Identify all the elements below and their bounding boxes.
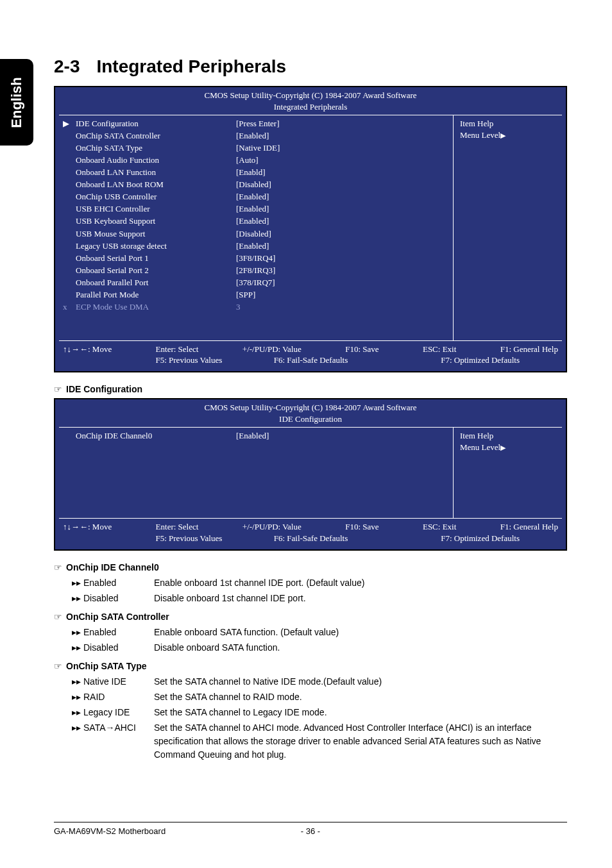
key-f7: F7: Optimized Defaults xyxy=(441,355,520,366)
option-description: Set the SATA channel to RAID mode. xyxy=(154,690,567,704)
option-row: ▸▸DisabledDisable onboard SATA function. xyxy=(72,641,567,655)
hand-icon: ☞ xyxy=(54,384,62,394)
setting-label: Onboard LAN Function xyxy=(76,167,210,178)
key-f7: F7: Optimized Defaults xyxy=(441,533,520,544)
option-heading: ☞OnChip SATA Type xyxy=(54,661,567,671)
setting-value: [Enabled] xyxy=(236,130,449,142)
setting-value: [378/IRQ7] xyxy=(236,277,449,288)
bios-header: CMOS Setup Utility-Copyright (C) 1984-20… xyxy=(59,402,562,424)
setting-label: USB Mouse Support xyxy=(76,228,210,240)
option-name: Native IDE xyxy=(83,675,154,689)
double-arrow-icon: ▸▸ xyxy=(72,626,83,639)
option-heading-text: OnChip IDE Channel0 xyxy=(66,562,159,572)
setting-label: OnChip SATA Type xyxy=(76,142,210,154)
bios-settings: ▶ x IDE ConfigurationOnChip SATA Control… xyxy=(59,115,453,340)
bios-settings: OnChip IDE Channel0 [Enabled] xyxy=(59,428,453,518)
option-description: Set the SATA channel to AHCI mode. Advan… xyxy=(154,721,567,762)
hand-icon: ☞ xyxy=(54,562,62,572)
row-marker xyxy=(63,289,76,301)
key-f5: F5: Previous Values xyxy=(155,355,222,366)
option-row: ▸▸Native IDESet the SATA channel to Nati… xyxy=(72,675,567,689)
setting-value: [3F8/IRQ4] xyxy=(236,253,449,264)
option-heading: ☞OnChip SATA Controller xyxy=(54,612,567,622)
row-marker xyxy=(63,265,76,276)
setting-label: OnChip IDE Channel0 xyxy=(76,430,210,442)
language-label: English xyxy=(8,77,25,128)
setting-label: Onboard Audio Function xyxy=(76,154,210,166)
option-heading-text: OnChip SATA Type xyxy=(66,661,146,671)
options-list: ☞OnChip IDE Channel0▸▸EnabledEnable onbo… xyxy=(54,562,567,762)
bios-body: ▶ x IDE ConfigurationOnChip SATA Control… xyxy=(59,115,562,341)
setting-value: [Disabled] xyxy=(236,228,449,240)
bios-help-panel: Item Help Menu Level▶ xyxy=(453,428,562,518)
option-row: ▸▸Legacy IDESet the SATA channel to Lega… xyxy=(72,706,567,719)
setting-label: USB EHCI Controller xyxy=(76,203,210,215)
bios-footer-keys: ↑↓→←: Move Enter: Select +/-/PU/PD: Valu… xyxy=(59,341,562,369)
setting-value: [Disabled] xyxy=(236,179,449,190)
option-name: Legacy IDE xyxy=(83,706,154,719)
key-f1: F1: General Help xyxy=(500,344,558,355)
option-heading-text: OnChip SATA Controller xyxy=(66,612,169,622)
option-name: Disabled xyxy=(83,641,154,655)
key-f5: F5: Previous Values xyxy=(155,533,222,544)
bios-title: Integrated Peripherals xyxy=(59,101,562,113)
option-name: SATA→AHCI xyxy=(83,721,154,735)
option-name: Enabled xyxy=(83,626,154,639)
hand-icon: ☞ xyxy=(54,612,62,622)
double-arrow-icon: ▸▸ xyxy=(72,690,83,704)
key-move: ↑↓→←: Move xyxy=(63,521,112,533)
setting-value: [Enabled] xyxy=(236,191,449,203)
option-name: Disabled xyxy=(83,592,154,605)
setting-value: [Enabled] xyxy=(236,240,449,252)
page-footer: GA-MA69VM-S2 Motherboard - 36 - xyxy=(54,822,567,836)
row-marker xyxy=(63,167,76,178)
setting-value: [Press Enter] xyxy=(236,118,449,129)
setting-value: [Enabled] xyxy=(236,215,449,227)
row-marker xyxy=(63,142,76,154)
bios-panel-integrated-peripherals: CMOS Setup Utility-Copyright (C) 1984-20… xyxy=(54,86,567,372)
key-esc: ESC: Exit xyxy=(423,521,456,533)
row-marker: x xyxy=(63,301,76,313)
setting-value: 3 xyxy=(236,301,449,313)
setting-label: Onboard Parallel Port xyxy=(76,277,210,288)
row-marker xyxy=(63,154,76,166)
row-marker xyxy=(63,228,76,240)
option-name: Enabled xyxy=(83,576,154,590)
option-description: Set the SATA channel to Legacy IDE mode. xyxy=(154,706,567,719)
row-marker xyxy=(63,191,76,203)
bios-help-panel: Item Help Menu Level▶ xyxy=(453,115,562,340)
key-esc: ESC: Exit xyxy=(423,344,456,355)
bios-footer-keys: ↑↓→←: Move Enter: Select +/-/PU/PD: Valu… xyxy=(59,519,562,546)
section-title: 2-3Integrated Peripherals xyxy=(54,56,567,77)
key-f1: F1: General Help xyxy=(500,521,558,533)
item-help-title: Item Help xyxy=(460,430,556,442)
option-description: Set the SATA channel to Native IDE mode.… xyxy=(154,675,567,689)
option-values: ▸▸EnabledEnable onboard 1st channel IDE … xyxy=(72,576,567,605)
setting-label: Onboard Serial Port 2 xyxy=(76,265,210,276)
footer-page-number: - 36 - xyxy=(225,826,396,836)
bios-panel-ide-configuration: CMOS Setup Utility-Copyright (C) 1984-20… xyxy=(54,398,567,551)
setting-label: Legacy USB storage detect xyxy=(76,240,210,252)
menu-level: Menu Level▶ xyxy=(460,442,556,453)
bios-copyright: CMOS Setup Utility-Copyright (C) 1984-20… xyxy=(59,90,562,101)
row-marker xyxy=(63,179,76,190)
double-arrow-icon: ▸▸ xyxy=(72,641,83,655)
heading-ide-configuration: ☞ IDE Configuration xyxy=(54,384,567,394)
option-description: Enable onboard 1st channel IDE port. (De… xyxy=(154,576,567,590)
setting-value: [Enabld] xyxy=(236,167,449,178)
bios-copyright: CMOS Setup Utility-Copyright (C) 1984-20… xyxy=(59,402,562,413)
option-description: Disable onboard 1st channel IDE port. xyxy=(154,592,567,605)
double-arrow-icon: ▸▸ xyxy=(72,576,83,590)
row-marker xyxy=(63,240,76,252)
setting-label: OnChip SATA Controller xyxy=(76,130,210,142)
row-marker xyxy=(63,215,76,227)
row-marker xyxy=(63,130,76,142)
section-number: 2-3 xyxy=(54,56,80,76)
bios-body: OnChip IDE Channel0 [Enabled] Item Help … xyxy=(59,427,562,519)
language-tab: English xyxy=(0,59,33,146)
setting-label: Onboard Serial Port 1 xyxy=(76,253,210,264)
option-description: Enable onboard SATA function. (Default v… xyxy=(154,626,567,639)
chevron-right-icon: ▶ xyxy=(500,131,506,139)
setting-value: [Native IDE] xyxy=(236,142,449,154)
footer-model: GA-MA69VM-S2 Motherboard xyxy=(54,826,225,836)
